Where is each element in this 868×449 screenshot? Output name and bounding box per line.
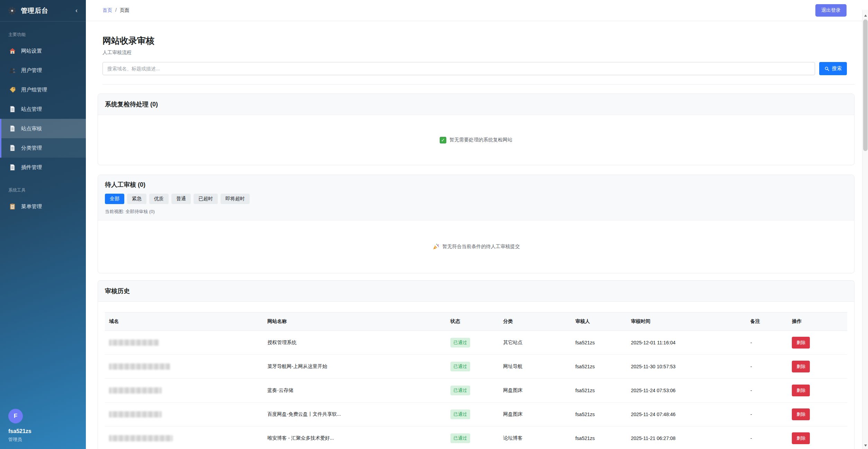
search-row: 搜索 bbox=[102, 62, 847, 75]
delete-button[interactable]: 删除 bbox=[792, 385, 810, 396]
breadcrumb-home-link[interactable]: 首页 bbox=[102, 7, 112, 13]
sidebar-item[interactable]: 用户组管理 bbox=[0, 80, 86, 99]
domain-cell bbox=[105, 403, 263, 426]
filter-pill[interactable]: 紧急 bbox=[127, 194, 146, 204]
breadcrumb-current: 页面 bbox=[120, 7, 129, 13]
reviewer-cell: fsa521zs bbox=[571, 403, 627, 426]
sidebar-item[interactable]: 站点管理 bbox=[0, 99, 86, 119]
history-column-header: 审核时间 bbox=[627, 312, 746, 331]
filter-pill[interactable]: 即将超时 bbox=[221, 194, 250, 204]
document-icon bbox=[9, 144, 16, 151]
table-row: 蓝奏·云存储 已通过 网盘图床 fsa521zs 2025-11-24 07:5… bbox=[105, 379, 847, 403]
category-cell: 网盘图床 bbox=[499, 379, 571, 403]
sidebar-user: F fsa521zs 管理员 bbox=[8, 409, 32, 443]
sidebar-item-label: 网站设置 bbox=[21, 48, 42, 54]
current-view-text: 当前视图: 全部待审核 (0) bbox=[105, 209, 847, 215]
review-time-cell: 2025-12-01 11:16:04 bbox=[627, 331, 746, 355]
sidebar-item[interactable]: 菜单管理 bbox=[0, 197, 86, 216]
pending-card-header: 待人工审核 (0) 全部 紧急 优质 普通 已超时 即将超时 bbox=[98, 175, 854, 220]
history-column-header: 状态 bbox=[446, 312, 499, 331]
divider bbox=[102, 84, 854, 85]
sidebar-item[interactable]: 网站设置 bbox=[0, 41, 86, 61]
pending-card: 待人工审核 (0) 全部 紧急 优质 普通 已超时 即将超时 bbox=[98, 175, 854, 273]
recheck-empty-state: ✓ 暂无需要处理的系统复检网站 bbox=[440, 137, 512, 143]
reviewer-cell: fsa521zs bbox=[571, 426, 627, 449]
page-head: 网站收录审核 人工审核流程 bbox=[102, 35, 854, 56]
filter-pill[interactable]: 优质 bbox=[149, 194, 169, 204]
logout-button[interactable]: 退出登录 bbox=[815, 4, 847, 17]
delete-button[interactable]: 删除 bbox=[792, 361, 810, 372]
table-row: 唯安博客 - 汇聚众多技术爱好... 已通过 论坛博客 fsa521zs 202… bbox=[105, 426, 847, 449]
sidebar-item-label: 用户组管理 bbox=[21, 87, 47, 93]
note-cell: - bbox=[746, 331, 788, 355]
history-column-header: 操作 bbox=[788, 312, 847, 331]
action-cell: 删除 bbox=[788, 426, 847, 449]
avatar[interactable]: F bbox=[8, 409, 23, 423]
filter-pill[interactable]: 已超时 bbox=[194, 194, 218, 204]
delete-button[interactable]: 删除 bbox=[792, 408, 810, 420]
site-name-cell: 授权管理系统 bbox=[263, 331, 446, 355]
pending-card-title: 待人工审核 (0) bbox=[105, 181, 145, 188]
search-button-label: 搜索 bbox=[832, 65, 842, 72]
sidebar-item[interactable]: 分类管理 bbox=[0, 138, 86, 158]
history-table-header-row: 域名 网站名称 状态 分类 审核人 审核时间 bbox=[105, 312, 847, 331]
history-column-header: 域名 bbox=[105, 312, 263, 331]
sidebar-collapse-icon[interactable]: ‹ bbox=[74, 7, 79, 14]
history-card-body: 域名 网站名称 状态 分类 审核人 审核时间 bbox=[98, 302, 854, 449]
delete-button[interactable]: 删除 bbox=[792, 432, 810, 444]
user-name: fsa521zs bbox=[8, 428, 32, 434]
history-column-header: 审核人 bbox=[571, 312, 627, 331]
document-icon bbox=[9, 125, 16, 132]
note-cell: - bbox=[746, 426, 788, 449]
sidebar-item-label: 用户管理 bbox=[21, 67, 42, 74]
status-badge: 已通过 bbox=[450, 362, 470, 371]
domain-cell bbox=[105, 331, 263, 355]
recheck-card-title: 系统复检待处理 (0) bbox=[105, 101, 158, 108]
search-input[interactable] bbox=[102, 62, 815, 75]
table-row: 菜牙导航网-上网从这里开始 已通过 网址导航 fsa521zs 2025-11-… bbox=[105, 355, 847, 379]
document-icon bbox=[9, 106, 16, 113]
redacted-domain bbox=[109, 435, 173, 441]
redacted-domain bbox=[109, 363, 170, 370]
sidebar-item[interactable]: 站点审核 bbox=[0, 119, 86, 138]
gear-icon bbox=[8, 6, 17, 15]
site-name-cell: 蓝奏·云存储 bbox=[263, 379, 446, 403]
domain-cell bbox=[105, 355, 263, 379]
filter-pill[interactable]: 全部 bbox=[105, 194, 124, 204]
filter-pill[interactable]: 普通 bbox=[171, 194, 191, 204]
search-button[interactable]: 搜索 bbox=[819, 62, 847, 75]
sidebar-item[interactable]: 插件管理 bbox=[0, 158, 86, 177]
user-role: 管理员 bbox=[8, 437, 32, 443]
sidebar-item[interactable]: 用户管理 bbox=[0, 61, 86, 80]
pending-card-body: 暂无符合当前条件的待人工审核提交 bbox=[98, 220, 854, 273]
home-icon bbox=[9, 47, 16, 54]
sidebar: 管理后台 ‹ 主要功能 网站设置 用户管理 用户组管理 站点管理 bbox=[0, 0, 86, 449]
main-area: 首页 / 页面 退出登录 网站收录审核 人工审核流程 搜索 系统复检待处理 (0… bbox=[86, 0, 868, 449]
action-cell: 删除 bbox=[788, 403, 847, 426]
category-cell: 网址导航 bbox=[499, 355, 571, 379]
redacted-domain bbox=[109, 411, 162, 417]
pending-empty-state: 暂无符合当前条件的待人工审核提交 bbox=[432, 243, 520, 250]
action-cell: 删除 bbox=[788, 355, 847, 379]
status-badge: 已通过 bbox=[450, 433, 470, 443]
delete-button[interactable]: 删除 bbox=[792, 337, 810, 349]
scrollbar-thumb[interactable] bbox=[863, 19, 868, 151]
vertical-scrollbar[interactable] bbox=[862, 10, 868, 449]
search-icon bbox=[824, 66, 830, 71]
scroll-up-arrow-icon[interactable] bbox=[862, 12, 868, 18]
note-cell: - bbox=[746, 379, 788, 403]
filter-row: 全部 紧急 优质 普通 已超时 即将超时 bbox=[105, 194, 847, 204]
status-cell: 已通过 bbox=[446, 355, 499, 379]
party-popper-icon bbox=[432, 243, 439, 250]
scroll-down-arrow-icon[interactable] bbox=[862, 442, 868, 448]
redacted-domain bbox=[109, 387, 162, 394]
history-column-header: 分类 bbox=[499, 312, 571, 331]
site-name-cell: 菜牙导航网-上网从这里开始 bbox=[263, 355, 446, 379]
redacted-domain bbox=[109, 340, 159, 346]
recheck-empty-text: 暂无需要处理的系统复检网站 bbox=[449, 137, 512, 143]
category-cell: 论坛博客 bbox=[499, 426, 571, 449]
review-time-cell: 2025-11-21 06:27:08 bbox=[627, 426, 746, 449]
review-time-cell: 2025-11-30 10:57:53 bbox=[627, 355, 746, 379]
recheck-card: 系统复检待处理 (0) ✓ 暂无需要处理的系统复检网站 bbox=[98, 94, 854, 165]
review-time-cell: 2025-11-24 07:48:46 bbox=[627, 403, 746, 426]
